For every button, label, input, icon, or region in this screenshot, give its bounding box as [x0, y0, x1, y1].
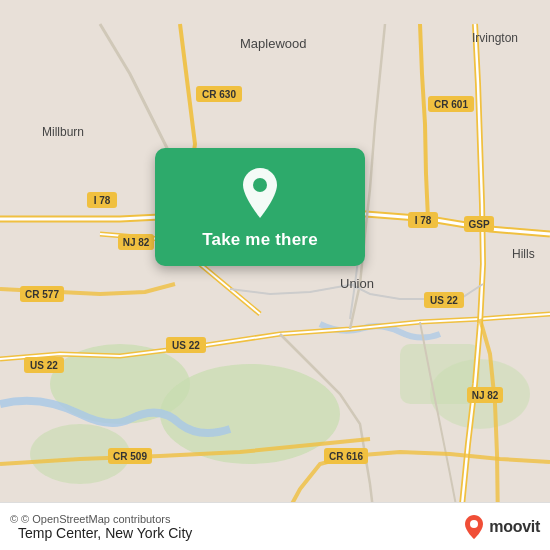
svg-text:CR 630: CR 630	[202, 89, 236, 100]
svg-point-34	[253, 178, 267, 192]
svg-text:CR 601: CR 601	[434, 99, 468, 110]
take-me-there-label: Take me there	[202, 230, 318, 250]
svg-text:US 22: US 22	[430, 295, 458, 306]
svg-text:CR 577: CR 577	[25, 289, 59, 300]
place-hills: Hills	[512, 247, 535, 261]
moovit-pin-icon	[463, 514, 485, 540]
svg-text:I 78: I 78	[94, 195, 111, 206]
svg-text:GSP: GSP	[468, 219, 489, 230]
location-pin-icon	[237, 166, 283, 220]
svg-text:CR 509: CR 509	[113, 451, 147, 462]
svg-point-35	[470, 520, 478, 528]
place-union: Union	[340, 276, 374, 291]
bottom-left-section: © © OpenStreetMap contributors Temp Cent…	[10, 513, 192, 541]
svg-text:US 22: US 22	[30, 360, 58, 371]
copyright-symbol: ©	[10, 513, 18, 525]
map-container: Maplewood Millburn Irvington Union Hills…	[0, 0, 550, 550]
moovit-logo: moovit	[463, 514, 540, 540]
place-millburn: Millburn	[42, 125, 84, 139]
moovit-brand-text: moovit	[489, 518, 540, 536]
svg-text:I 78: I 78	[415, 215, 432, 226]
svg-text:US 22: US 22	[172, 340, 200, 351]
osm-attribution: © © OpenStreetMap contributors	[10, 513, 192, 525]
svg-text:NJ 82: NJ 82	[123, 237, 150, 248]
place-maplewood: Maplewood	[240, 36, 307, 51]
svg-text:CR 616: CR 616	[329, 451, 363, 462]
bottom-bar: © © OpenStreetMap contributors Temp Cent…	[0, 502, 550, 550]
location-label: Temp Center, New York City	[18, 525, 192, 541]
osm-text: © OpenStreetMap contributors	[21, 513, 170, 525]
action-card[interactable]: Take me there	[155, 148, 365, 266]
place-irvington: Irvington	[472, 31, 518, 45]
svg-text:NJ 82: NJ 82	[472, 390, 499, 401]
